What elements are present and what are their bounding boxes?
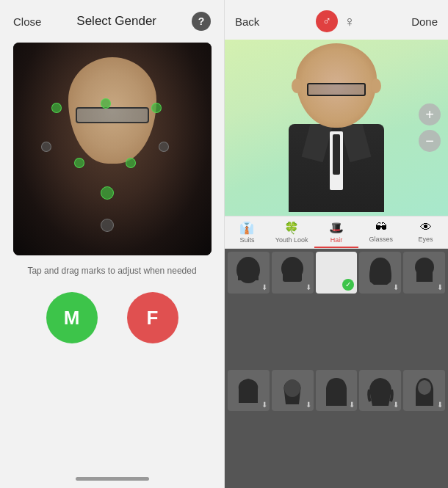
tracking-dot[interactable] <box>41 142 51 152</box>
tracking-dot[interactable] <box>151 103 162 113</box>
hair-silhouette <box>322 375 350 406</box>
hair-silhouette <box>278 257 306 288</box>
male-button[interactable]: M <box>46 292 98 343</box>
avatar-lapel-left <box>302 124 333 162</box>
download-icon: ⬇ <box>393 283 399 291</box>
left-header: Close Select Gender ? <box>0 0 224 38</box>
youth-icon: 🍀 <box>284 221 299 235</box>
download-icon: ⬇ <box>306 283 311 291</box>
tracking-dot[interactable] <box>101 98 111 109</box>
male-gender-icon[interactable]: ♂ <box>316 10 338 32</box>
tracking-dot[interactable] <box>51 103 62 113</box>
svg-rect-6 <box>416 267 433 282</box>
glasses-icon: 🕶 <box>375 221 387 234</box>
zoom-controls: + − <box>419 103 441 152</box>
hair-silhouette <box>366 257 394 288</box>
avatar-body <box>289 124 384 212</box>
hair-item-bald[interactable]: ✓ <box>316 252 358 294</box>
avatar-character <box>289 43 384 212</box>
download-icon: ⬇ <box>393 401 399 409</box>
face-photo-container <box>13 43 212 255</box>
hair-item[interactable]: ⬇ <box>359 252 401 294</box>
hair-item[interactable]: ⬇ <box>316 370 358 412</box>
hair-item[interactable]: ⬇ <box>403 370 445 412</box>
hair-silhouette <box>411 375 438 406</box>
gender-icons: ♂ ♀ <box>316 10 355 32</box>
hair-item[interactable]: ⬇ <box>359 370 401 412</box>
hair-item[interactable]: ⬇ <box>228 252 270 294</box>
suits-icon: 👔 <box>239 221 254 235</box>
glasses-label: Glasses <box>369 236 394 243</box>
avatar-tie <box>333 134 340 175</box>
avatar-lapel-right <box>341 124 372 162</box>
close-button[interactable]: Close <box>13 15 41 28</box>
tab-youth[interactable]: 🍀 Youth Look <box>270 216 314 248</box>
avatar-ear-right <box>371 79 381 93</box>
selected-checkmark: ✓ <box>342 279 354 291</box>
download-icon: ⬇ <box>306 401 311 409</box>
hair-item[interactable]: ⬇ <box>228 370 270 412</box>
gender-buttons: M F <box>46 292 178 343</box>
hair-silhouette <box>234 257 262 288</box>
avatar-ear-left <box>292 79 302 93</box>
avatar-area: + − <box>225 40 448 216</box>
tab-glasses[interactable]: 🕶 Glasses <box>358 216 403 248</box>
tracking-dot[interactable] <box>74 158 84 168</box>
svg-rect-1 <box>238 270 259 280</box>
category-tabs: 👔 Suits 🍀 Youth Look 🎩 Hair 🕶 Glasses 👁 … <box>225 216 448 249</box>
home-indicator <box>76 477 149 481</box>
tracking-dot[interactable] <box>101 186 114 200</box>
svg-point-8 <box>418 380 431 395</box>
female-gender-icon[interactable]: ♀ <box>344 13 355 30</box>
tab-eyes[interactable]: 👁 Eyes <box>403 216 448 248</box>
right-panel: Back ♂ ♀ Done + − <box>224 0 448 488</box>
tracking-dot[interactable] <box>101 219 114 232</box>
eyes-icon: 👁 <box>420 221 432 234</box>
hair-silhouette <box>278 375 306 406</box>
eyes-label: Eyes <box>419 236 433 243</box>
hair-item[interactable]: ⬇ <box>272 370 314 412</box>
hair-silhouette <box>366 375 394 406</box>
svg-rect-3 <box>283 269 302 282</box>
zoom-in-button[interactable]: + <box>419 103 441 125</box>
page-title: Select Gender <box>41 14 192 29</box>
tab-suits[interactable]: 👔 Suits <box>225 216 270 248</box>
zoom-out-button[interactable]: − <box>419 130 441 152</box>
download-icon: ⬇ <box>261 283 267 291</box>
face-head <box>68 57 156 164</box>
right-header: Back ♂ ♀ Done <box>225 0 448 40</box>
help-button[interactable]: ? <box>192 12 211 31</box>
tab-hair[interactable]: 🎩 Hair <box>314 216 359 248</box>
avatar-glasses <box>307 83 366 96</box>
youth-label: Youth Look <box>275 236 308 244</box>
download-icon: ⬇ <box>261 401 267 409</box>
svg-point-7 <box>284 379 300 397</box>
hair-silhouette <box>411 257 438 288</box>
hair-grid: ⬇ ⬇ ✓ ⬇ ⬇ <box>225 249 448 488</box>
left-panel: Close Select Gender ? Tap and drag marks… <box>0 0 224 488</box>
hint-text: Tap and drag marks to adjust when needed <box>27 266 196 276</box>
face-photo <box>13 43 212 255</box>
back-button[interactable]: Back <box>235 15 259 28</box>
download-icon: ⬇ <box>349 401 355 409</box>
download-icon: ⬇ <box>437 283 443 291</box>
tracking-dot[interactable] <box>126 158 136 168</box>
avatar-head <box>296 43 377 128</box>
female-button[interactable]: F <box>127 292 178 343</box>
face-glasses <box>76 107 149 123</box>
done-button[interactable]: Done <box>411 15 438 28</box>
hair-label: Hair <box>330 236 343 244</box>
download-icon: ⬇ <box>437 401 443 409</box>
hair-silhouette <box>234 375 262 406</box>
hair-icon: 🎩 <box>329 221 344 235</box>
hair-item[interactable]: ⬇ <box>403 252 445 294</box>
male-symbol: ♂ <box>322 15 331 28</box>
hair-item[interactable]: ⬇ <box>272 252 314 294</box>
suits-label: Suits <box>239 236 254 244</box>
tracking-dot[interactable] <box>159 142 169 152</box>
